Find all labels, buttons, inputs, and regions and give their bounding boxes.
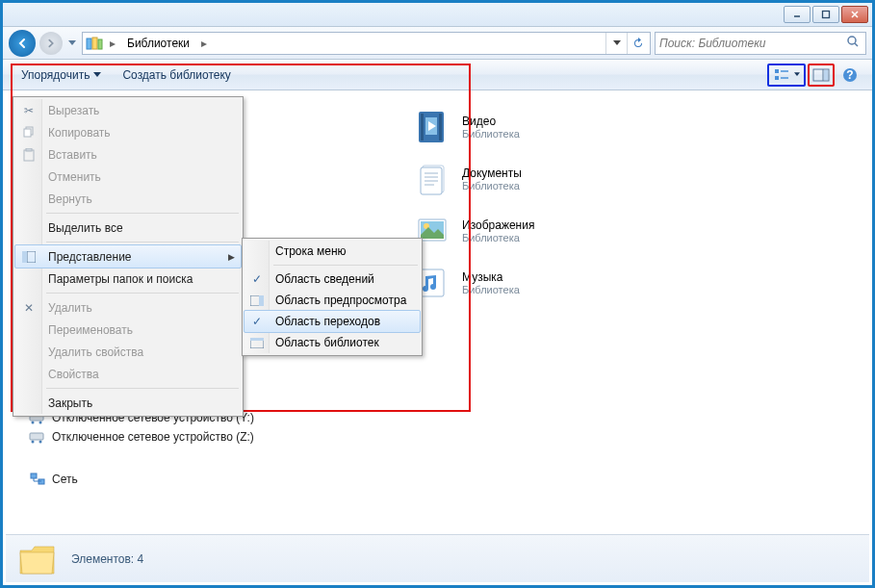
network-drive-icon [29,429,46,445]
tree-item-drive-z[interactable]: Отключенное сетевое устройство (Z:) [29,427,254,447]
menu-item-redo[interactable]: Вернуть [15,188,241,210]
maximize-button[interactable] [812,6,839,23]
address-dropdown[interactable] [605,33,627,54]
copy-icon [21,125,37,141]
svg-rect-31 [421,269,444,296]
menu-item-layout[interactable]: Представление▶ [14,244,242,268]
menu-item-undo[interactable]: Отменить [15,166,241,188]
menu-item-rename[interactable]: Переименовать [15,319,241,341]
network-icon [29,472,46,487]
forward-button[interactable] [39,32,63,55]
svg-point-7 [848,37,856,44]
svg-rect-4 [87,38,91,49]
organize-menu: ✂Вырезать Копировать Вставить Отменить В… [13,96,244,417]
svg-point-33 [32,422,35,424]
breadcrumb-item[interactable]: Библиотеки [121,37,195,50]
video-library-icon [412,107,452,147]
pane-icon [249,293,265,308]
breadcrumb-separator[interactable]: ▸ [104,37,121,50]
menu-item-close[interactable]: Закрыть [15,392,241,414]
search-box[interactable] [655,32,866,55]
svg-rect-9 [775,69,779,73]
command-bar: Упорядочить Создать библиотеку ? [3,60,872,90]
search-icon[interactable] [846,35,862,51]
submenu-item-preview-pane[interactable]: Область предпросмотра [244,290,420,311]
menu-item-properties[interactable]: Свойства [15,363,241,385]
svg-rect-43 [24,129,31,137]
svg-rect-15 [824,70,828,80]
library-name: Документы [462,166,522,180]
documents-library-icon [412,159,452,199]
submenu-item-menu-bar[interactable]: Строка меню [244,241,420,262]
svg-point-37 [39,441,42,444]
view-options-button[interactable] [767,64,806,87]
layout-submenu: Строка меню ✓Область сведений Область пр… [242,238,423,356]
tree-item-network[interactable]: Сеть [29,470,254,489]
svg-rect-38 [31,473,37,478]
svg-rect-19 [421,114,424,141]
delete-icon: ✕ [21,300,37,316]
new-library-button[interactable]: Создать библиотеку [112,64,241,87]
address-bar[interactable]: ▸ Библиотеки ▸ [82,32,651,55]
paste-icon [21,147,37,163]
check-icon: ✓ [249,271,265,287]
menu-item-select-all[interactable]: Выделить все [15,217,241,239]
window-controls [784,6,868,23]
check-icon: ✓ [249,314,265,329]
minimize-button[interactable] [784,6,811,23]
back-button[interactable] [9,30,36,57]
refresh-button[interactable] [627,33,648,54]
svg-text:?: ? [846,68,853,82]
submenu-item-details-pane[interactable]: ✓Область сведений [244,268,420,290]
libraries-status-icon [17,541,58,577]
title-bar [3,3,872,27]
submenu-item-navigation-pane[interactable]: ✓Область переходов [244,310,421,333]
submenu-item-library-pane[interactable]: Область библиотек [244,332,420,353]
library-subtitle: Библиотека [462,232,534,243]
svg-rect-10 [775,76,779,80]
search-input[interactable] [659,37,846,50]
library-subtitle: Библиотека [462,284,520,295]
history-dropdown[interactable] [66,34,78,53]
pane-icon [249,335,265,350]
library-name: Музыка [462,270,520,284]
close-button[interactable] [841,6,868,23]
svg-rect-44 [24,150,34,161]
menu-item-folder-options[interactable]: Параметры папок и поиска [15,268,241,290]
preview-pane-button[interactable] [808,64,835,87]
layout-icon [21,249,37,265]
svg-point-34 [39,422,42,424]
library-subtitle: Библиотека [462,128,520,140]
library-item-pictures[interactable]: ИзображенияБиблиотека [412,205,869,257]
library-item-music[interactable]: МузыкаБиблиотека [412,257,869,309]
library-subtitle: Библиотека [462,180,522,192]
svg-rect-6 [98,39,102,49]
library-name: Изображения [462,218,534,232]
navigation-tree-partial: Отключенное сетевое устройство (Y:) Откл… [29,408,254,489]
svg-line-8 [855,43,858,46]
library-name: Видео [462,115,520,128]
svg-rect-45 [26,148,32,151]
svg-rect-48 [22,251,27,263]
libraries-icon [85,35,104,52]
svg-rect-5 [92,38,97,49]
details-pane: Элементов: 4 [6,534,869,582]
menu-item-paste[interactable]: Вставить [15,143,241,166]
menu-item-delete[interactable]: ✕Удалить [15,296,241,319]
svg-rect-1 [823,12,830,18]
organize-button[interactable]: Упорядочить [11,64,112,87]
svg-rect-50 [259,295,264,306]
submenu-arrow-icon: ▶ [228,252,235,262]
svg-point-36 [32,441,35,444]
status-text: Элементов: 4 [71,552,143,566]
library-item-video[interactable]: ВидеоБиблиотека [412,101,869,153]
cut-icon: ✂ [21,103,37,118]
menu-item-cut[interactable]: ✂Вырезать [15,99,241,121]
library-item-documents[interactable]: ДокументыБиблиотека [412,153,869,205]
menu-item-remove-properties[interactable]: Удалить свойства [15,341,241,363]
breadcrumb-separator[interactable]: ▸ [195,37,213,50]
navigation-bar: ▸ Библиотеки ▸ [3,27,872,60]
help-button[interactable]: ? [836,64,863,87]
svg-rect-20 [439,114,442,141]
menu-item-copy[interactable]: Копировать [15,121,241,143]
